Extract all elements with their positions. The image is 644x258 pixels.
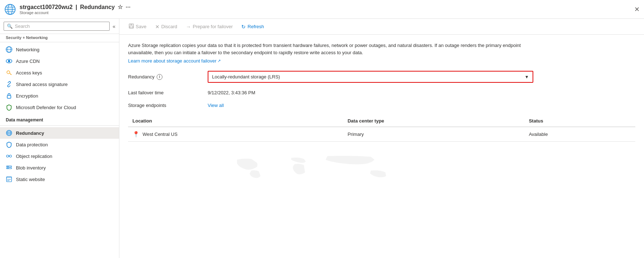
title-separator: | bbox=[76, 4, 77, 10]
data-management-header: Data management bbox=[0, 113, 119, 124]
learn-more-text: Learn more about storage account failove… bbox=[128, 58, 216, 64]
redundancy-label: Redundancy i bbox=[128, 74, 208, 80]
table-row: 📍 West Central US Primary Available bbox=[128, 127, 635, 142]
learn-more-link[interactable]: Learn more about storage account failove… bbox=[128, 58, 221, 64]
key-icon bbox=[6, 69, 12, 76]
cell-datacenter-type: Primary bbox=[343, 127, 525, 142]
external-link-icon: ↗ bbox=[217, 59, 221, 63]
search-icon: 🔍 bbox=[7, 23, 13, 29]
sidebar-item-label-redundancy: Redundancy bbox=[16, 130, 44, 136]
sidebar-item-microsoft-defender[interactable]: Microsoft Defender for Cloud bbox=[0, 102, 119, 113]
discard-button[interactable]: ✕ Discard bbox=[152, 22, 181, 31]
link-icon bbox=[6, 81, 12, 87]
sidebar-item-label-shared-access-signature: Shared access signature bbox=[16, 82, 68, 87]
world-map bbox=[128, 152, 635, 182]
svg-point-21 bbox=[9, 155, 12, 157]
section-divider-2 bbox=[0, 125, 119, 126]
sidebar-search-bar: 🔍 Search « bbox=[0, 19, 119, 34]
storage-endpoints-label: Storage endpoints bbox=[128, 103, 208, 108]
sidebar-item-static-website[interactable]: Static website bbox=[0, 173, 119, 185]
prepare-failover-icon: → bbox=[186, 24, 191, 30]
refresh-icon: ↻ bbox=[241, 24, 246, 30]
chevron-down-icon: ▼ bbox=[521, 74, 533, 79]
toolbar: Save ✕ Discard → Prepare for failover ↻ … bbox=[119, 19, 644, 35]
sidebar-item-label-microsoft-defender: Microsoft Defender for Cloud bbox=[16, 105, 76, 110]
svg-rect-31 bbox=[130, 24, 132, 25]
star-icon[interactable]: ☆ bbox=[118, 4, 123, 10]
cdn-icon bbox=[6, 58, 12, 64]
sidebar-item-shared-access-signature[interactable]: Shared access signature bbox=[0, 78, 119, 90]
ellipsis-icon[interactable]: ··· bbox=[126, 4, 130, 10]
sidebar-item-access-keys[interactable]: Access keys bbox=[0, 67, 119, 78]
lock-icon bbox=[6, 93, 12, 99]
storage-endpoints-value: View all bbox=[208, 103, 635, 108]
title-main: strgacct100720wu2 | Redundancy ☆ ··· bbox=[20, 4, 628, 10]
section-divider-1 bbox=[0, 42, 119, 42]
failover-time-label: Last failover time bbox=[128, 90, 208, 95]
page-name: Redundancy bbox=[80, 4, 115, 10]
svg-line-13 bbox=[8, 83, 10, 85]
sidebar-item-azure-cdn[interactable]: Azure CDN bbox=[0, 55, 119, 67]
object-replication-icon bbox=[6, 153, 12, 159]
save-label: Save bbox=[136, 24, 147, 29]
search-placeholder: Search bbox=[15, 23, 30, 29]
svg-line-12 bbox=[10, 74, 11, 75]
sidebar-collapse-icon[interactable]: « bbox=[113, 23, 115, 29]
failover-time-text: 9/12/2022, 3:43:36 PM bbox=[208, 90, 255, 95]
sidebar-item-label-object-replication: Object replication bbox=[16, 154, 52, 159]
sidebar: 🔍 Search « Security + Networking Network… bbox=[0, 19, 119, 258]
resource-type: Storage account bbox=[20, 10, 628, 15]
location-table: Location Data center type Status 📍 West … bbox=[128, 115, 635, 142]
resource-icon bbox=[4, 4, 16, 15]
sidebar-item-label-azure-cdn: Azure CDN bbox=[16, 59, 40, 64]
sidebar-item-label-static-website: Static website bbox=[16, 177, 45, 182]
sidebar-item-redundancy[interactable]: Redundancy bbox=[0, 127, 119, 139]
sidebar-item-networking[interactable]: Networking bbox=[0, 44, 119, 55]
location-pin-icon: 📍 bbox=[132, 131, 140, 138]
col-header-status: Status bbox=[525, 115, 635, 127]
col-header-location: Location bbox=[128, 115, 343, 127]
description-text: Azure Storage replication copies your da… bbox=[128, 42, 526, 56]
sidebar-item-object-replication[interactable]: Object replication bbox=[0, 150, 119, 162]
storage-endpoints-field-row: Storage endpoints View all bbox=[128, 103, 635, 108]
main-layout: 🔍 Search « Security + Networking Network… bbox=[0, 19, 644, 258]
redundancy-globe-icon bbox=[6, 130, 12, 136]
prepare-failover-button[interactable]: → Prepare for failover bbox=[182, 22, 237, 31]
title-text-block: strgacct100720wu2 | Redundancy ☆ ··· Sto… bbox=[20, 4, 628, 15]
failover-time-field-row: Last failover time 9/12/2022, 3:43:36 PM bbox=[128, 90, 635, 95]
sidebar-item-label-data-protection: Data protection bbox=[16, 142, 48, 147]
save-icon bbox=[129, 23, 134, 30]
refresh-label: Refresh bbox=[247, 24, 264, 29]
close-icon[interactable]: ✕ bbox=[634, 5, 640, 13]
redundancy-select-container: Locally-redundant storage (LRS) Zone-red… bbox=[208, 71, 635, 83]
page-content: Azure Storage replication copies your da… bbox=[119, 35, 644, 258]
location-name: West Central US bbox=[143, 132, 178, 137]
svg-rect-14 bbox=[7, 95, 11, 98]
col-header-datacenter-type: Data center type bbox=[343, 115, 525, 127]
redundancy-field-row: Redundancy i Locally-redundant storage (… bbox=[128, 71, 635, 83]
networking-icon bbox=[6, 46, 12, 53]
search-input-wrapper[interactable]: 🔍 Search bbox=[4, 22, 110, 31]
redundancy-select-wrapper: Locally-redundant storage (LRS) Zone-red… bbox=[208, 71, 533, 83]
svg-rect-27 bbox=[7, 177, 12, 178]
static-website-icon bbox=[6, 176, 12, 182]
redundancy-select[interactable]: Locally-redundant storage (LRS) Zone-red… bbox=[208, 72, 521, 82]
sidebar-item-label-networking: Networking bbox=[16, 47, 39, 52]
failover-time-value: 9/12/2022, 3:43:36 PM bbox=[208, 90, 635, 95]
svg-point-20 bbox=[7, 155, 9, 157]
sidebar-item-encryption[interactable]: Encryption bbox=[0, 90, 119, 102]
refresh-button[interactable]: ↻ Refresh bbox=[238, 22, 268, 31]
cell-location: 📍 West Central US bbox=[128, 127, 343, 142]
sidebar-list: Security + Networking Networking Azure C… bbox=[0, 34, 119, 258]
data-protection-icon bbox=[6, 141, 12, 148]
sidebar-item-blob-inventory[interactable]: Blob inventory bbox=[0, 162, 119, 173]
view-all-link[interactable]: View all bbox=[208, 103, 224, 108]
svg-point-9 bbox=[8, 60, 10, 62]
title-bar: strgacct100720wu2 | Redundancy ☆ ··· Sto… bbox=[0, 0, 644, 19]
redundancy-info-icon[interactable]: i bbox=[157, 74, 162, 80]
sidebar-item-label-blob-inventory: Blob inventory bbox=[16, 165, 46, 171]
blob-icon bbox=[6, 164, 12, 171]
prepare-failover-label: Prepare for failover bbox=[193, 24, 233, 29]
save-button[interactable]: Save bbox=[125, 22, 150, 31]
sidebar-item-data-protection[interactable]: Data protection bbox=[0, 139, 119, 150]
